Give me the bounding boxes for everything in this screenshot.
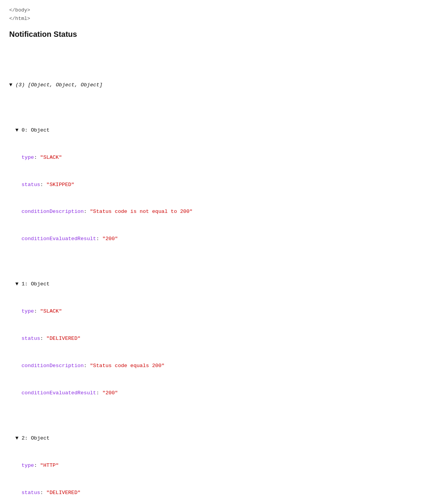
tree-item-0-label: ▼ 0: Object xyxy=(15,126,414,135)
tree-item-2-type: type: "HTTP" xyxy=(21,461,414,470)
closing-body-tag: </body> xyxy=(9,7,30,13)
tree-root-label: ▼ (3) [Object, Object, Object] xyxy=(9,81,414,90)
tree-item-1-conditionDesc: conditionDescription: "Status code equal… xyxy=(21,361,414,371)
tree-item-1-status: status: "DELIVERED" xyxy=(21,334,414,343)
notification-tree: ▼ (3) [Object, Object, Object] ▼ 0: Obje… xyxy=(9,44,414,504)
tree-item-0-conditionResult: conditionEvaluatedResult: "200" xyxy=(21,234,414,244)
tree-item-1-label: ▼ 1: Object xyxy=(15,280,414,289)
tree-item-0-conditionDesc: conditionDescription: "Status code is no… xyxy=(21,207,414,216)
tree-item-1-conditionResult: conditionEvaluatedResult: "200" xyxy=(21,389,414,398)
tree-item-2-label: ▼ 2: Object xyxy=(15,434,414,443)
tree-item-1-type: type: "SLACK" xyxy=(21,307,414,316)
tree-item-0-type: type: "SLACK" xyxy=(21,153,414,162)
top-code: </body> </html> xyxy=(9,6,414,23)
tree-item-0-status: status: "SKIPPED" xyxy=(21,180,414,189)
notification-status-title: Notification Status xyxy=(9,30,414,39)
tree-item-2-status: status: "DELIVERED" xyxy=(21,488,414,497)
closing-html-tag: </html> xyxy=(9,16,30,21)
